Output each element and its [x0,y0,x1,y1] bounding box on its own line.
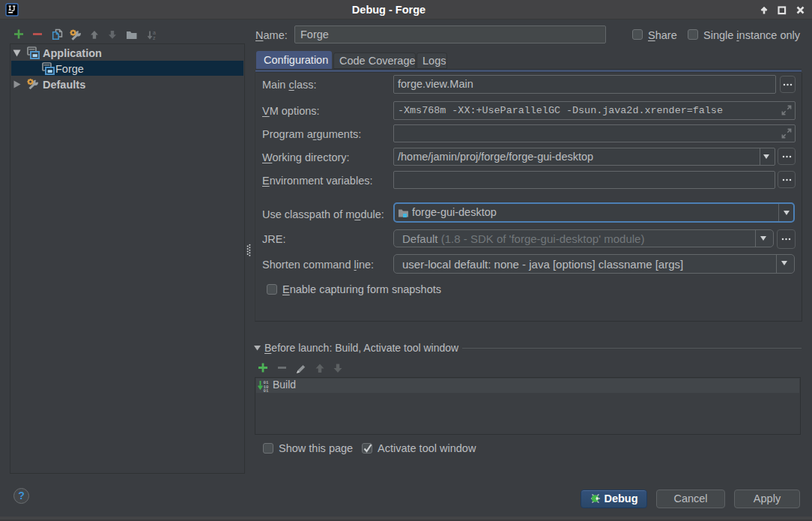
svg-text:z: z [153,35,156,40]
svg-text:a: a [153,30,156,35]
svg-text:01: 01 [264,388,269,392]
